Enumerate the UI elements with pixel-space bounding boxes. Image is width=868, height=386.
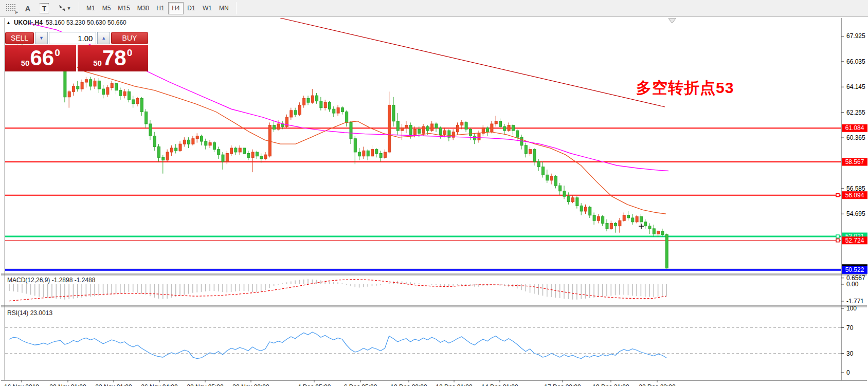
- rsi-axis-label: 70: [846, 324, 854, 332]
- volume-up-button[interactable]: ▲: [97, 32, 110, 44]
- macd-label: MACD(12,26,9) -1.2898 -1.2488: [7, 277, 95, 284]
- price-badge-58.567: 58.567: [842, 158, 867, 166]
- timeframe-button-w1[interactable]: W1: [199, 2, 215, 14]
- line-handle[interactable]: [836, 239, 839, 242]
- date-axis: 16 Nov 201820 Nov 01:0022 Nov 01:0026 No…: [4, 380, 676, 386]
- date-tick-label: 10 Dec 00:00: [390, 383, 427, 386]
- date-tick-label: 23 Dec 23:00: [639, 383, 676, 386]
- toolbar: F A T ▾ M1M5M15M30H1H4D1W1MN: [0, 0, 868, 17]
- date-tick-label: 20 Nov 01:00: [49, 383, 86, 386]
- svg-text:58.567: 58.567: [845, 158, 864, 166]
- buy-button[interactable]: BUY: [111, 32, 148, 44]
- chart-shift-marker-icon[interactable]: [668, 19, 676, 23]
- date-tick-label: 14 Dec 01:00: [481, 383, 518, 386]
- price-tick-label: 66.035: [846, 58, 865, 65]
- collapse-arrow-icon[interactable]: ▲: [6, 20, 11, 25]
- volume-down-button[interactable]: ▼: [35, 32, 48, 44]
- date-tick-label: 26 Nov 04:00: [141, 383, 178, 386]
- price-tick-label: 60.365: [846, 134, 865, 141]
- date-tick-label: 22 Nov 01:00: [95, 383, 132, 386]
- line-handle[interactable]: [836, 194, 839, 197]
- one-click-trading-panel: SELL ▼ ▲ BUY 50 66 0 50 78 0: [5, 32, 148, 71]
- toolbar-separator: [79, 2, 79, 14]
- sell-button[interactable]: SELL: [5, 32, 34, 44]
- text-tool-glyph: T: [40, 3, 49, 13]
- date-tick-label: 12 Dec 01:00: [436, 383, 473, 386]
- chart-annotation-text: 多空转折点53: [636, 78, 734, 99]
- chart-canvas[interactable]: 67.92566.03564.14562.25560.36556.58554.6…: [0, 17, 868, 386]
- bid-big-digits: 66: [30, 47, 54, 69]
- macd-axis-label: -1.771: [846, 298, 864, 305]
- date-tick-label: 4 Dec 05:00: [298, 383, 331, 386]
- price-tick-label: 64.145: [846, 83, 865, 90]
- volume-box: [49, 32, 97, 44]
- macd-panel[interactable]: [9, 279, 666, 301]
- symbol-label: UKOil-,H4: [14, 19, 43, 26]
- timeframe-button-m30[interactable]: M30: [134, 2, 153, 14]
- mt4-application-window: F A T ▾ M1M5M15M30H1H4D1W1MN 67.92566.03…: [0, 0, 868, 386]
- timeframe-button-h4[interactable]: H4: [168, 2, 184, 14]
- arrows-objects-glyph: [58, 4, 67, 12]
- rsi-axis-label: 30: [846, 350, 854, 357]
- chart-window[interactable]: 67.92566.03564.14562.25560.36556.58554.6…: [0, 17, 868, 386]
- text-tool-icon[interactable]: T: [37, 2, 51, 14]
- rsi-label: RSI(14) 23.0013: [7, 309, 52, 317]
- svg-text:61.084: 61.084: [845, 124, 864, 132]
- price-tick-label: 62.255: [846, 109, 865, 116]
- toolbar-separator: [236, 2, 237, 14]
- rsi-axis-label: 0: [846, 369, 850, 376]
- timeframe-button-d1[interactable]: D1: [184, 2, 199, 14]
- horizontal-lines: [5, 128, 841, 270]
- timeframe-button-m1[interactable]: M1: [83, 2, 99, 14]
- chart-grid-f-icon[interactable]: F: [4, 2, 19, 14]
- ask-pip-digit: 0: [127, 47, 133, 59]
- timeframe-button-m5[interactable]: M5: [99, 2, 115, 14]
- resistance-trendline[interactable]: [280, 18, 665, 107]
- dropdown-caret-icon[interactable]: ▾: [68, 6, 70, 11]
- price-tick-label: 54.695: [846, 210, 865, 217]
- candles: [8, 43, 668, 268]
- svg-text:50.522: 50.522: [845, 266, 864, 273]
- ask-price-box[interactable]: 50 78 0: [78, 45, 149, 71]
- ask-big-digits: 78: [102, 47, 126, 69]
- price-badge-56.094: 56.094: [842, 191, 867, 199]
- arrows-objects-icon[interactable]: ▾: [53, 2, 74, 14]
- line-handle[interactable]: [836, 235, 839, 238]
- rsi-line: [9, 332, 666, 358]
- price-tick-label: 67.925: [846, 32, 865, 40]
- date-tick-label: 17 Dec 20:00: [544, 383, 581, 386]
- rsi-axis-label: 100: [846, 305, 857, 312]
- ask-prefix: 50: [93, 59, 102, 67]
- bid-price-box[interactable]: 50 66 0: [5, 45, 76, 71]
- date-tick-label: 28 Nov 05:00: [187, 383, 224, 386]
- volume-input[interactable]: [49, 32, 96, 44]
- svg-text:56.094: 56.094: [845, 192, 864, 199]
- price-badge-50.522: 50.522: [842, 266, 867, 274]
- price-badge-61.084: 61.084: [842, 124, 867, 132]
- timeframe-button-h1[interactable]: H1: [153, 2, 168, 14]
- timeframe-button-m15[interactable]: M15: [114, 2, 133, 14]
- price-badge-52.724: 52.724: [842, 236, 867, 244]
- date-tick-label: 30 Nov 09:00: [232, 383, 269, 386]
- date-tick-label: 19 Dec 21:00: [592, 383, 629, 386]
- ma-fast-line[interactable]: [77, 67, 666, 214]
- timeframe-bar: M1M5M15M30H1H4D1W1MN: [83, 2, 232, 14]
- bid-pip-digit: 0: [55, 47, 60, 59]
- cross-marker-icon[interactable]: [639, 224, 644, 229]
- macd-axis-label: 0.00: [846, 281, 859, 288]
- date-tick-label: 6 Dec 05:00: [344, 383, 377, 386]
- ohlc-values: 53.160 53.230 50.630 50.660: [46, 19, 126, 26]
- arrow-tool-icon[interactable]: A: [21, 2, 35, 14]
- rsi-panel[interactable]: [5, 328, 841, 359]
- date-tick-label: 16 Nov 2018: [4, 383, 39, 386]
- timeframe-button-mn[interactable]: MN: [215, 2, 232, 14]
- svg-text:52.724: 52.724: [845, 237, 864, 244]
- chart-title: ▲ UKOil-,H4 53.160 53.230 50.630 50.660: [6, 19, 126, 26]
- bid-prefix: 50: [21, 59, 30, 67]
